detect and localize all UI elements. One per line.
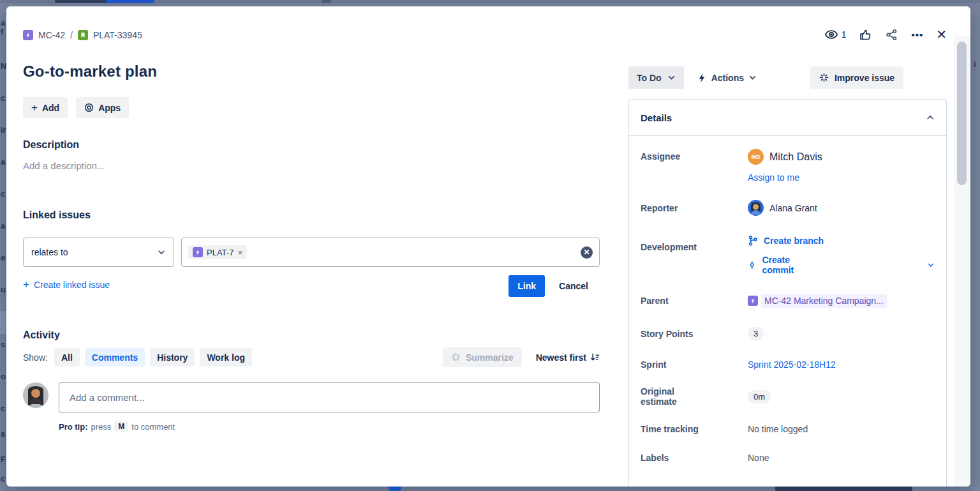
epic-icon: [193, 247, 203, 257]
story-points-row: Story Points 3: [641, 327, 935, 340]
protip-press: press: [91, 422, 112, 432]
sort-descending-icon: [590, 352, 600, 362]
background-text-fragment: e: [1, 253, 6, 262]
chevron-down-icon[interactable]: [927, 261, 935, 269]
labels-value[interactable]: None: [748, 453, 935, 463]
breadcrumb-separator: /: [70, 30, 73, 40]
current-user-avatar[interactable]: [23, 382, 48, 408]
epic-icon: [748, 296, 758, 306]
linked-issues-editor: relates to PLAT-7 × ✕: [23, 238, 600, 267]
story-icon: [78, 30, 88, 40]
background-text-fragment: u: [1, 285, 6, 294]
original-estimate-value[interactable]: 0m: [748, 390, 771, 404]
issue-toolbar: + Add Apps: [23, 97, 129, 118]
link-button[interactable]: Link: [509, 275, 545, 297]
thumbs-up-icon: [859, 28, 872, 42]
background-text-fragment: a: [1, 18, 6, 27]
summarize-button[interactable]: Summarize: [443, 347, 522, 367]
activity-filter-bar: Show: All Comments History Work log Summ…: [23, 347, 600, 367]
background-topbar-blue-segment: [106, 0, 154, 3]
background-topbar-dash: [322, 0, 331, 3]
cancel-button[interactable]: Cancel: [550, 275, 597, 297]
create-branch-label: Create branch: [764, 236, 824, 246]
background-text-fragment: o: [1, 372, 6, 381]
remove-chip-icon[interactable]: ×: [237, 248, 242, 257]
ellipsis-icon: •••: [911, 29, 923, 40]
eye-icon: [824, 27, 838, 42]
background-text-fragment: a: [1, 221, 6, 230]
branch-icon: [748, 236, 758, 246]
create-commit-link[interactable]: Create commit: [748, 255, 935, 275]
plus-icon: +: [31, 102, 38, 114]
protip-bold: Pro tip:: [59, 422, 88, 432]
clear-field-button[interactable]: ✕: [581, 246, 593, 259]
improve-issue-label: Improve issue: [835, 73, 895, 83]
status-label: To Do: [637, 73, 662, 83]
sprint-link[interactable]: Sprint 2025-02-18H12: [748, 359, 836, 370]
close-button[interactable]: ✕: [936, 27, 947, 42]
like-button[interactable]: [859, 28, 872, 42]
watch-button[interactable]: 1: [824, 27, 847, 42]
details-panel-header[interactable]: Details: [629, 100, 946, 136]
development-label: Development: [641, 236, 748, 252]
activity-filter-worklog[interactable]: Work log: [200, 348, 252, 366]
linked-issue-chip[interactable]: PLAT-7 ×: [188, 245, 247, 259]
modal-scrollbar-track[interactable]: [954, 36, 970, 487]
original-estimate-label: Original estimate: [641, 386, 711, 407]
ai-sparkle-icon: [819, 73, 829, 82]
background-text-fragment: N: [1, 61, 6, 71]
details-panel-body: Assignee MD Mitch Davis Assign to me Rep…: [629, 136, 946, 463]
background-text-fragment: c: [1, 404, 6, 413]
assign-to-me-link[interactable]: Assign to me: [748, 172, 935, 183]
breadcrumb-parent-link[interactable]: MC-42: [38, 30, 65, 40]
details-panel: Details Assignee MD Mitch Davis Assign t…: [628, 99, 947, 487]
protip-key: M: [114, 421, 128, 432]
chevron-up-icon: [926, 113, 935, 122]
add-button[interactable]: + Add: [23, 97, 68, 118]
close-icon: ✕: [936, 27, 947, 42]
link-relation-select[interactable]: relates to: [23, 238, 174, 267]
assignee-value[interactable]: MD Mitch Davis: [748, 149, 935, 165]
create-branch-link[interactable]: Create branch: [748, 236, 935, 246]
time-tracking-row: Time tracking No time logged: [641, 424, 935, 434]
reporter-label: Reporter: [641, 203, 748, 213]
modal-scrollbar-thumb[interactable]: [957, 42, 967, 185]
apps-button[interactable]: Apps: [76, 97, 129, 118]
activity-filter-comments[interactable]: Comments: [85, 348, 145, 366]
comment-protip: Pro tip: press M to comment: [59, 421, 175, 432]
assignee-label: Assignee: [641, 149, 748, 162]
breadcrumb-current-link[interactable]: PLAT-33945: [93, 30, 142, 40]
comment-input[interactable]: [59, 382, 600, 412]
sort-order-button[interactable]: Newest first: [536, 352, 600, 363]
share-button[interactable]: [885, 28, 898, 42]
protip-rest: to comment: [131, 422, 175, 432]
clear-icon: ✕: [583, 248, 590, 256]
improve-issue-button[interactable]: Improve issue: [810, 66, 903, 89]
parent-issue-chip[interactable]: MC-42 Marketing Campaign...: [748, 294, 887, 308]
watch-count: 1: [842, 29, 847, 40]
reporter-value[interactable]: Alana Grant: [748, 200, 817, 216]
chevron-down-icon: [667, 73, 676, 82]
labels-label: Labels: [641, 453, 748, 463]
issue-header-actions: 1 ••• ✕: [824, 26, 947, 43]
chevron-down-icon: [157, 248, 166, 257]
assignee-row: Assignee MD Mitch Davis Assign to me: [641, 149, 935, 183]
story-points-value[interactable]: 3: [748, 327, 764, 340]
more-actions-button[interactable]: •••: [911, 29, 923, 40]
actions-dropdown[interactable]: Actions: [690, 66, 763, 89]
page-title[interactable]: Go-to-market plan: [23, 63, 157, 80]
description-placeholder[interactable]: Add a description...: [23, 160, 105, 171]
apps-icon: [84, 103, 94, 112]
status-dropdown[interactable]: To Do: [628, 66, 684, 89]
breadcrumb: MC-42 / PLAT-33945: [23, 30, 142, 40]
linked-issue-picker[interactable]: PLAT-7 × ✕: [181, 238, 600, 267]
reporter-row: Reporter Alana Grant: [641, 200, 935, 216]
background-text-fragment: F: [1, 455, 6, 464]
activity-filter-history[interactable]: History: [150, 348, 195, 366]
activity-heading: Activity: [23, 329, 60, 341]
activity-filter-all[interactable]: All: [54, 348, 80, 366]
background-text-fragment: i: [974, 59, 980, 69]
parent-label: Parent: [641, 296, 748, 306]
time-tracking-value[interactable]: No time logged: [748, 424, 935, 434]
actions-label: Actions: [711, 73, 744, 83]
